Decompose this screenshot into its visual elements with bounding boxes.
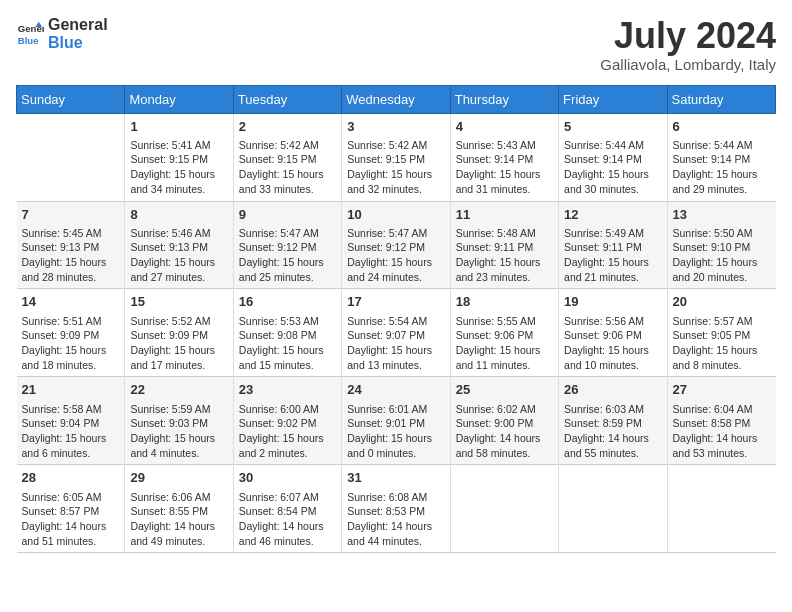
day-number: 12 [564,206,661,224]
day-info: Sunrise: 5:47 AM Sunset: 9:12 PM Dayligh… [239,226,336,285]
day-number: 23 [239,381,336,399]
header-monday: Monday [125,85,233,113]
calendar-cell: 27Sunrise: 6:04 AM Sunset: 8:58 PM Dayli… [667,377,775,465]
day-number: 17 [347,293,444,311]
calendar-cell: 30Sunrise: 6:07 AM Sunset: 8:54 PM Dayli… [233,465,341,553]
calendar-cell: 29Sunrise: 6:06 AM Sunset: 8:55 PM Dayli… [125,465,233,553]
day-info: Sunrise: 5:55 AM Sunset: 9:06 PM Dayligh… [456,314,553,373]
calendar-cell: 20Sunrise: 5:57 AM Sunset: 9:05 PM Dayli… [667,289,775,377]
month-title: July 2024 [600,16,776,56]
day-info: Sunrise: 5:44 AM Sunset: 9:14 PM Dayligh… [564,138,661,197]
day-info: Sunrise: 5:57 AM Sunset: 9:05 PM Dayligh… [673,314,771,373]
header-friday: Friday [559,85,667,113]
day-info: Sunrise: 5:59 AM Sunset: 9:03 PM Dayligh… [130,402,227,461]
day-info: Sunrise: 5:42 AM Sunset: 9:15 PM Dayligh… [347,138,444,197]
day-info: Sunrise: 5:56 AM Sunset: 9:06 PM Dayligh… [564,314,661,373]
calendar-cell: 1Sunrise: 5:41 AM Sunset: 9:15 PM Daylig… [125,113,233,201]
calendar-cell: 17Sunrise: 5:54 AM Sunset: 9:07 PM Dayli… [342,289,450,377]
header-sunday: Sunday [17,85,125,113]
calendar-cell [450,465,558,553]
week-row-2: 7Sunrise: 5:45 AM Sunset: 9:13 PM Daylig… [17,201,776,289]
day-info: Sunrise: 6:06 AM Sunset: 8:55 PM Dayligh… [130,490,227,549]
page-header: General Blue General Blue July 2024 Gall… [16,16,776,73]
logo-line2: Blue [48,34,108,52]
calendar-cell: 18Sunrise: 5:55 AM Sunset: 9:06 PM Dayli… [450,289,558,377]
calendar-table: SundayMondayTuesdayWednesdayThursdayFrid… [16,85,776,554]
calendar-cell: 23Sunrise: 6:00 AM Sunset: 9:02 PM Dayli… [233,377,341,465]
calendar-cell: 2Sunrise: 5:42 AM Sunset: 9:15 PM Daylig… [233,113,341,201]
day-number: 11 [456,206,553,224]
day-info: Sunrise: 6:03 AM Sunset: 8:59 PM Dayligh… [564,402,661,461]
svg-text:Blue: Blue [18,34,39,45]
calendar-cell [559,465,667,553]
day-number: 29 [130,469,227,487]
day-number: 18 [456,293,553,311]
day-number: 20 [673,293,771,311]
day-info: Sunrise: 5:51 AM Sunset: 9:09 PM Dayligh… [22,314,120,373]
day-number: 6 [673,118,771,136]
day-info: Sunrise: 5:47 AM Sunset: 9:12 PM Dayligh… [347,226,444,285]
title-block: July 2024 Galliavola, Lombardy, Italy [600,16,776,73]
day-info: Sunrise: 6:08 AM Sunset: 8:53 PM Dayligh… [347,490,444,549]
day-info: Sunrise: 6:02 AM Sunset: 9:00 PM Dayligh… [456,402,553,461]
calendar-cell: 13Sunrise: 5:50 AM Sunset: 9:10 PM Dayli… [667,201,775,289]
week-row-5: 28Sunrise: 6:05 AM Sunset: 8:57 PM Dayli… [17,465,776,553]
day-info: Sunrise: 5:43 AM Sunset: 9:14 PM Dayligh… [456,138,553,197]
calendar-cell [17,113,125,201]
day-number: 8 [130,206,227,224]
day-number: 9 [239,206,336,224]
day-info: Sunrise: 5:53 AM Sunset: 9:08 PM Dayligh… [239,314,336,373]
day-number: 10 [347,206,444,224]
calendar-cell: 7Sunrise: 5:45 AM Sunset: 9:13 PM Daylig… [17,201,125,289]
day-info: Sunrise: 6:04 AM Sunset: 8:58 PM Dayligh… [673,402,771,461]
day-info: Sunrise: 5:50 AM Sunset: 9:10 PM Dayligh… [673,226,771,285]
day-number: 15 [130,293,227,311]
day-info: Sunrise: 5:52 AM Sunset: 9:09 PM Dayligh… [130,314,227,373]
header-thursday: Thursday [450,85,558,113]
calendar-cell: 11Sunrise: 5:48 AM Sunset: 9:11 PM Dayli… [450,201,558,289]
calendar-cell: 9Sunrise: 5:47 AM Sunset: 9:12 PM Daylig… [233,201,341,289]
day-number: 27 [673,381,771,399]
day-info: Sunrise: 5:48 AM Sunset: 9:11 PM Dayligh… [456,226,553,285]
day-number: 21 [22,381,120,399]
day-number: 24 [347,381,444,399]
day-number: 14 [22,293,120,311]
day-number: 4 [456,118,553,136]
calendar-cell [667,465,775,553]
day-info: Sunrise: 5:58 AM Sunset: 9:04 PM Dayligh… [22,402,120,461]
day-info: Sunrise: 5:41 AM Sunset: 9:15 PM Dayligh… [130,138,227,197]
day-number: 28 [22,469,120,487]
day-info: Sunrise: 5:44 AM Sunset: 9:14 PM Dayligh… [673,138,771,197]
calendar-header-row: SundayMondayTuesdayWednesdayThursdayFrid… [17,85,776,113]
day-info: Sunrise: 5:45 AM Sunset: 9:13 PM Dayligh… [22,226,120,285]
calendar-cell: 16Sunrise: 5:53 AM Sunset: 9:08 PM Dayli… [233,289,341,377]
day-info: Sunrise: 5:42 AM Sunset: 9:15 PM Dayligh… [239,138,336,197]
day-number: 2 [239,118,336,136]
week-row-4: 21Sunrise: 5:58 AM Sunset: 9:04 PM Dayli… [17,377,776,465]
calendar-cell: 14Sunrise: 5:51 AM Sunset: 9:09 PM Dayli… [17,289,125,377]
calendar-cell: 22Sunrise: 5:59 AM Sunset: 9:03 PM Dayli… [125,377,233,465]
calendar-cell: 25Sunrise: 6:02 AM Sunset: 9:00 PM Dayli… [450,377,558,465]
calendar-cell: 26Sunrise: 6:03 AM Sunset: 8:59 PM Dayli… [559,377,667,465]
calendar-cell: 10Sunrise: 5:47 AM Sunset: 9:12 PM Dayli… [342,201,450,289]
header-tuesday: Tuesday [233,85,341,113]
calendar-cell: 19Sunrise: 5:56 AM Sunset: 9:06 PM Dayli… [559,289,667,377]
day-info: Sunrise: 6:01 AM Sunset: 9:01 PM Dayligh… [347,402,444,461]
calendar-cell: 24Sunrise: 6:01 AM Sunset: 9:01 PM Dayli… [342,377,450,465]
day-number: 7 [22,206,120,224]
calendar-cell: 15Sunrise: 5:52 AM Sunset: 9:09 PM Dayli… [125,289,233,377]
calendar-cell: 31Sunrise: 6:08 AM Sunset: 8:53 PM Dayli… [342,465,450,553]
day-info: Sunrise: 6:00 AM Sunset: 9:02 PM Dayligh… [239,402,336,461]
day-number: 19 [564,293,661,311]
calendar-cell: 4Sunrise: 5:43 AM Sunset: 9:14 PM Daylig… [450,113,558,201]
day-number: 3 [347,118,444,136]
header-saturday: Saturday [667,85,775,113]
calendar-cell: 5Sunrise: 5:44 AM Sunset: 9:14 PM Daylig… [559,113,667,201]
calendar-cell: 21Sunrise: 5:58 AM Sunset: 9:04 PM Dayli… [17,377,125,465]
day-info: Sunrise: 5:46 AM Sunset: 9:13 PM Dayligh… [130,226,227,285]
location-subtitle: Galliavola, Lombardy, Italy [600,56,776,73]
week-row-3: 14Sunrise: 5:51 AM Sunset: 9:09 PM Dayli… [17,289,776,377]
day-number: 22 [130,381,227,399]
day-info: Sunrise: 6:05 AM Sunset: 8:57 PM Dayligh… [22,490,120,549]
day-number: 1 [130,118,227,136]
